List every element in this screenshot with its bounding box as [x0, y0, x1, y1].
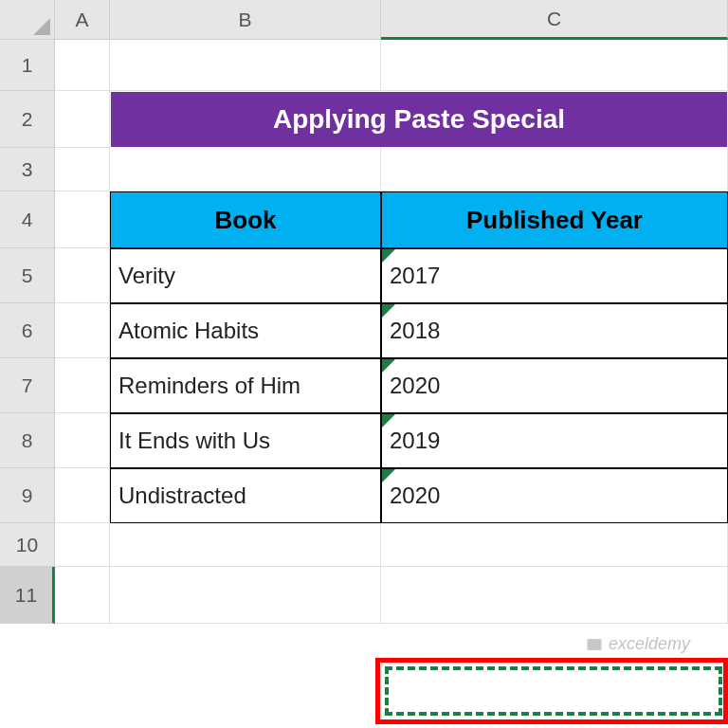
- watermark: exceldemy: [586, 634, 690, 654]
- row-header-6[interactable]: 6: [0, 303, 55, 358]
- table-header-year[interactable]: Published Year: [381, 191, 728, 248]
- cell-c10[interactable]: [381, 523, 728, 567]
- highlight-annotation: [375, 658, 728, 724]
- row-header-4[interactable]: 4: [0, 191, 55, 248]
- col-header-b[interactable]: B: [110, 0, 381, 40]
- watermark-text: exceldemy: [609, 634, 690, 654]
- row-header-10[interactable]: 10: [0, 523, 55, 567]
- cell-b11[interactable]: [110, 567, 381, 624]
- excel-icon: [586, 636, 603, 653]
- cell-a4[interactable]: [55, 191, 110, 248]
- cell-book-2[interactable]: Reminders of Him: [110, 358, 381, 413]
- table-header-book[interactable]: Book: [110, 191, 381, 248]
- row-header-11[interactable]: 11: [0, 567, 55, 624]
- row-header-1[interactable]: 1: [0, 40, 55, 91]
- row-header-8[interactable]: 8: [0, 413, 55, 468]
- cell-a6[interactable]: [55, 303, 110, 358]
- cell-year-0[interactable]: 2017: [381, 248, 728, 303]
- cell-book-0[interactable]: Verity: [110, 248, 381, 303]
- row-header-5[interactable]: 5: [0, 248, 55, 303]
- cell-a2[interactable]: [55, 91, 110, 148]
- cell-a1[interactable]: [55, 40, 110, 91]
- spreadsheet-grid: A B C 1 2 Applying Paste Special 3 4 Boo…: [0, 0, 728, 624]
- cell-year-2[interactable]: 2020: [381, 358, 728, 413]
- cell-a10[interactable]: [55, 523, 110, 567]
- row-header-3[interactable]: 3: [0, 148, 55, 191]
- svg-rect-0: [587, 639, 601, 650]
- row-header-7[interactable]: 7: [0, 358, 55, 413]
- cell-c11[interactable]: [381, 567, 728, 624]
- row-header-9[interactable]: 9: [0, 468, 55, 523]
- cell-book-3[interactable]: It Ends with Us: [110, 413, 381, 468]
- cell-b1[interactable]: [110, 40, 381, 91]
- cell-a3[interactable]: [55, 148, 110, 191]
- cell-c1[interactable]: [381, 40, 728, 91]
- cell-year-3[interactable]: 2019: [381, 413, 728, 468]
- cell-a9[interactable]: [55, 468, 110, 523]
- col-header-a[interactable]: A: [55, 0, 110, 40]
- row-header-2[interactable]: 2: [0, 91, 55, 148]
- col-header-c[interactable]: C: [381, 0, 728, 40]
- cell-b3[interactable]: [110, 148, 381, 191]
- cell-book-1[interactable]: Atomic Habits: [110, 303, 381, 358]
- cell-a5[interactable]: [55, 248, 110, 303]
- cell-a8[interactable]: [55, 413, 110, 468]
- cell-year-4[interactable]: 2020: [381, 468, 728, 523]
- cell-c3[interactable]: [381, 148, 728, 191]
- cell-year-1[interactable]: 2018: [381, 303, 728, 358]
- cell-b10[interactable]: [110, 523, 381, 567]
- cell-book-4[interactable]: Undistracted: [110, 468, 381, 523]
- cell-a11[interactable]: [55, 567, 110, 624]
- select-all-corner[interactable]: [0, 0, 55, 40]
- title-cell[interactable]: Applying Paste Special: [110, 91, 728, 148]
- copy-marquee: [385, 666, 722, 716]
- cell-a7[interactable]: [55, 358, 110, 413]
